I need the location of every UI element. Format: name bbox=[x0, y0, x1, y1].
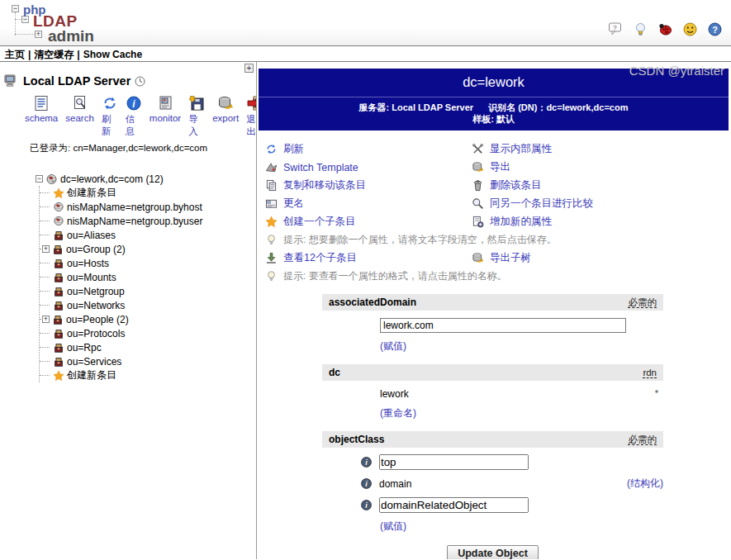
tree-item-label[interactable]: ou=Rpc bbox=[67, 342, 102, 354]
toolbar-schema[interactable]: schema bbox=[25, 95, 58, 138]
tree-item-label[interactable]: ou=Networks bbox=[67, 300, 125, 311]
action-rename[interactable]: 更名 bbox=[265, 197, 472, 211]
server-label: 服务器: Local LDAP Server bbox=[359, 102, 474, 112]
ou-container-icon bbox=[53, 300, 64, 311]
bug-icon[interactable] bbox=[657, 21, 673, 37]
tree-item-ou-group[interactable]: ou=Group (2) bbox=[40, 242, 256, 256]
objectclass-input-top[interactable] bbox=[379, 454, 529, 470]
collapse-icon[interactable] bbox=[36, 175, 43, 183]
ldap-tree: dc=lework,dc=com (12) 创建新条目 bbox=[36, 172, 256, 382]
tree-root-label[interactable]: dc=lework,dc=com (12) bbox=[60, 173, 164, 185]
rename-link[interactable]: (重命名) bbox=[380, 407, 416, 419]
tree-item-label[interactable]: ou=Netgroup bbox=[67, 286, 125, 297]
tree-root-dc-lework[interactable]: dc=lework,dc=com (12) bbox=[36, 172, 256, 186]
tree-item-label[interactable]: ou=Group (2) bbox=[66, 244, 126, 255]
update-object-button[interactable]: Update Object bbox=[447, 545, 539, 559]
action-view-children[interactable]: 查看12个子条目 bbox=[265, 251, 472, 265]
tree-item-ou-mounts[interactable]: ou=Mounts bbox=[40, 270, 256, 284]
tree-item-label[interactable]: ou=Protocols bbox=[67, 328, 125, 339]
info-icon[interactable]: i bbox=[360, 499, 373, 511]
tree-item-ou-services[interactable]: ou=Services bbox=[40, 354, 256, 368]
view-children-arrow-icon bbox=[265, 252, 278, 264]
add-value-link[interactable]: (赋值) bbox=[380, 520, 406, 532]
attributes-form: associatedDomain 必需的 (赋值) dc rdn lework … bbox=[322, 294, 663, 559]
attr-section-associateddomain: associatedDomain 必需的 bbox=[322, 294, 663, 311]
clock-icon bbox=[135, 76, 145, 87]
tree-item-create-entry-bottom[interactable]: 创建新条目 bbox=[40, 368, 256, 382]
structural-link[interactable]: (结构化) bbox=[627, 477, 663, 491]
action-add-attribute[interactable]: 增加新的属性 bbox=[472, 215, 731, 229]
action-label: 刷新 bbox=[283, 142, 304, 156]
dc-rename-row: (重命名) bbox=[380, 406, 663, 420]
logo-tree-line bbox=[15, 12, 16, 36]
menu-item-purge-cache[interactable]: 清空缓存 bbox=[34, 49, 74, 60]
tree-item-ou-protocols[interactable]: ou=Protocols bbox=[40, 326, 256, 340]
expand-icon[interactable] bbox=[42, 245, 50, 253]
ou-container-icon bbox=[53, 286, 64, 297]
tree-item-label[interactable]: 创建新条目 bbox=[67, 186, 116, 200]
toolbar-search-label: search bbox=[65, 113, 94, 123]
action-show-internal-attrs[interactable]: 显示内部属性 bbox=[472, 142, 731, 156]
attribute-name[interactable]: dc bbox=[329, 367, 340, 378]
action-switch-template[interactable]: Switch Template bbox=[265, 160, 472, 174]
action-delete-entry[interactable]: 删除该条目 bbox=[472, 178, 731, 192]
action-refresh[interactable]: 刷新 bbox=[265, 142, 472, 156]
world-icon bbox=[45, 173, 58, 185]
info-icon[interactable]: i bbox=[360, 477, 373, 490]
associateddomain-input[interactable] bbox=[380, 318, 626, 333]
toolbar-refresh-label: 刷新 bbox=[102, 113, 118, 138]
logo-plus-box-icon bbox=[35, 31, 42, 38]
attribute-name[interactable]: objectClass bbox=[329, 434, 384, 445]
tree-item-create-entry[interactable]: 创建新条目 bbox=[40, 186, 256, 200]
toolbar-info[interactable]: i 信息 bbox=[126, 95, 142, 138]
menu-item-home[interactable]: 主页 bbox=[5, 49, 25, 60]
tree-item-label[interactable]: ou=Hosts bbox=[67, 258, 109, 269]
action-export-subtree[interactable]: 导出子树 bbox=[472, 251, 731, 265]
expand-icon[interactable] bbox=[42, 316, 50, 323]
toolbar-search[interactable]: search bbox=[65, 95, 94, 138]
action-label: 导出 bbox=[490, 160, 510, 174]
main-panel: dc=lework 服务器: Local LDAP Server识别名 (DN)… bbox=[257, 62, 731, 559]
hint-bubble-icon[interactable]: ? bbox=[608, 21, 624, 37]
tree-item-ou-rpc[interactable]: ou=Rpc bbox=[40, 340, 256, 354]
expand-all-icon[interactable] bbox=[244, 64, 254, 73]
tree-item-label[interactable]: 创建新条目 bbox=[67, 368, 116, 382]
tree-item-nismap-byuser[interactable]: nisMapName=netgroup.byuser bbox=[40, 214, 256, 228]
tree-item-nismap-byhost[interactable]: nisMapName=netgroup.byhost bbox=[40, 200, 256, 214]
add-value-link[interactable]: (赋值) bbox=[380, 340, 406, 352]
sidebar: Local LDAP Server schema bbox=[0, 62, 257, 559]
logo-text-admin: admin bbox=[48, 27, 94, 45]
toolbar-export[interactable]: export bbox=[212, 95, 239, 138]
action-create-child-entry[interactable]: 创建一个子条目 bbox=[265, 215, 472, 229]
toolbar-logout[interactable]: 退出 bbox=[246, 95, 257, 138]
action-compare-entry[interactable]: 同另一个条目进行比较 bbox=[472, 197, 731, 211]
help-icon[interactable]: ? bbox=[707, 21, 723, 37]
entry-actions: 刷新 显示内部属性 Switch Temp bbox=[265, 142, 731, 283]
svg-text:?: ? bbox=[712, 25, 718, 35]
smiley-icon[interactable] bbox=[682, 21, 698, 37]
attribute-name[interactable]: associatedDomain bbox=[329, 297, 416, 308]
tree-item-label[interactable]: nisMapName=netgroup.byuser bbox=[67, 216, 202, 227]
toolbar-refresh[interactable]: 刷新 bbox=[102, 95, 118, 138]
tree-item-ou-people[interactable]: ou=People (2) bbox=[40, 312, 256, 326]
lightbulb-icon[interactable] bbox=[633, 21, 648, 37]
star-icon bbox=[53, 370, 64, 382]
tree-item-label[interactable]: nisMapName=netgroup.byhost bbox=[67, 202, 202, 213]
tree-item-ou-aliases[interactable]: ou=Aliases bbox=[40, 228, 256, 242]
monitor-icon bbox=[157, 95, 173, 112]
tree-item-label[interactable]: ou=Aliases bbox=[67, 230, 116, 241]
toolbar-monitor[interactable]: monitor bbox=[150, 95, 181, 138]
tree-item-label[interactable]: ou=Services bbox=[67, 356, 121, 368]
menu-item-show-cache[interactable]: Show Cache bbox=[83, 49, 142, 60]
tree-item-label[interactable]: ou=Mounts bbox=[67, 272, 116, 283]
tree-item-ou-netgroup[interactable]: ou=Netgroup bbox=[40, 284, 256, 298]
tree-item-ou-hosts[interactable]: ou=Hosts bbox=[40, 256, 256, 270]
tree-item-ou-networks[interactable]: ou=Networks bbox=[40, 298, 256, 312]
objectclass-input-domainrelatedobject[interactable] bbox=[379, 497, 529, 513]
action-export[interactable]: 导出 bbox=[472, 160, 731, 174]
action-copy-move-entry[interactable]: 复制和移动该条目 bbox=[265, 178, 472, 192]
toolbar-import[interactable]: 导入 bbox=[188, 95, 205, 138]
ou-container-icon bbox=[53, 258, 64, 269]
tree-item-label[interactable]: ou=People (2) bbox=[66, 314, 129, 325]
info-icon[interactable]: i bbox=[360, 456, 373, 468]
